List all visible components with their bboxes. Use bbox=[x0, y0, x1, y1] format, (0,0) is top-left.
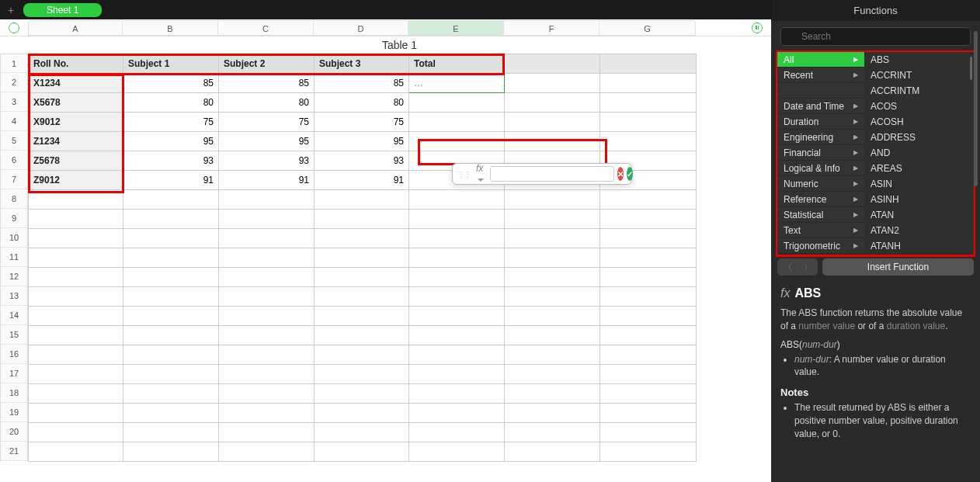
table-cell[interactable] bbox=[219, 190, 315, 210]
table-cell[interactable] bbox=[123, 384, 219, 404]
row-header[interactable]: 8 bbox=[0, 189, 28, 209]
table-cell[interactable] bbox=[315, 268, 409, 287]
table-cell[interactable] bbox=[315, 248, 409, 268]
table-handle-start[interactable] bbox=[0, 23, 28, 33]
table-cell[interactable] bbox=[123, 345, 219, 365]
table-cell[interactable] bbox=[29, 423, 123, 442]
table-cell[interactable] bbox=[29, 384, 123, 404]
table-cell[interactable] bbox=[219, 442, 315, 462]
table-cell[interactable] bbox=[600, 132, 697, 151]
fn-category-item[interactable]: Numeric▶ bbox=[777, 176, 864, 192]
fn-category-item[interactable]: Reference▶ bbox=[777, 192, 864, 207]
table-cell[interactable] bbox=[315, 365, 409, 384]
table-cell[interactable]: 91 bbox=[123, 171, 219, 190]
table-cell[interactable] bbox=[29, 248, 123, 268]
table-cell[interactable] bbox=[123, 268, 219, 287]
table-cell[interactable]: 80 bbox=[315, 93, 409, 113]
row-header[interactable]: 20 bbox=[0, 422, 28, 442]
table-cell[interactable] bbox=[409, 248, 505, 268]
table-cell[interactable] bbox=[123, 248, 219, 268]
table-cell[interactable] bbox=[219, 345, 315, 365]
table-cell[interactable] bbox=[29, 307, 123, 326]
table-cell[interactable] bbox=[409, 442, 505, 462]
column-header[interactable]: B bbox=[123, 20, 218, 36]
table-cell[interactable] bbox=[600, 287, 697, 307]
table-cell[interactable] bbox=[315, 442, 409, 462]
table-cell[interactable]: X9012 bbox=[29, 113, 123, 132]
table-cell[interactable]: 91 bbox=[315, 171, 409, 190]
table-cell[interactable] bbox=[505, 307, 600, 326]
table-cell[interactable]: 93 bbox=[315, 151, 409, 171]
table-cell[interactable] bbox=[505, 423, 600, 442]
table-cell[interactable] bbox=[409, 365, 505, 384]
table-cell[interactable] bbox=[505, 190, 600, 210]
table-cell[interactable]: 80 bbox=[123, 93, 219, 113]
fx-dropdown[interactable]: fx bbox=[473, 163, 487, 185]
table-cell[interactable] bbox=[600, 442, 697, 462]
table-header-cell[interactable]: Subject 3 bbox=[315, 54, 409, 74]
row-header[interactable]: 7 bbox=[0, 170, 28, 189]
table-cell[interactable] bbox=[409, 113, 505, 132]
table-cell[interactable] bbox=[123, 442, 219, 462]
table-cell[interactable] bbox=[600, 404, 697, 423]
row-header[interactable]: 2 bbox=[0, 73, 28, 92]
table-cell[interactable] bbox=[123, 190, 219, 210]
table-cell[interactable] bbox=[409, 93, 505, 113]
table-header-cell[interactable] bbox=[600, 54, 697, 74]
table-cell[interactable]: 75 bbox=[315, 113, 409, 132]
table-cell[interactable] bbox=[315, 345, 409, 365]
table-cell[interactable] bbox=[505, 93, 600, 113]
add-sheet-button[interactable]: + bbox=[5, 4, 17, 16]
table-cell[interactable] bbox=[409, 384, 505, 404]
fn-list-item[interactable]: AREAS bbox=[864, 161, 974, 176]
table-cell[interactable]: X1234 bbox=[29, 74, 123, 93]
fn-category-item[interactable] bbox=[777, 83, 864, 99]
table-cell[interactable] bbox=[219, 404, 315, 423]
table-cell[interactable] bbox=[505, 132, 600, 151]
fn-list-item[interactable]: AND bbox=[864, 145, 974, 161]
table-cell[interactable] bbox=[123, 404, 219, 423]
fn-category-item[interactable]: Logical & Info▶ bbox=[777, 161, 864, 176]
table-cell[interactable] bbox=[409, 345, 505, 365]
table-cell[interactable] bbox=[123, 307, 219, 326]
table-cell[interactable]: 95 bbox=[123, 132, 219, 151]
table-cell[interactable] bbox=[219, 423, 315, 442]
table-cell[interactable] bbox=[409, 268, 505, 287]
fn-list-item[interactable]: ASINH bbox=[864, 192, 974, 207]
table-cell[interactable] bbox=[600, 248, 697, 268]
fn-category-item[interactable]: All▶ bbox=[777, 52, 864, 68]
table-cell[interactable] bbox=[29, 210, 123, 229]
fn-category-item[interactable]: Engineering▶ bbox=[777, 130, 864, 145]
table-cell[interactable]: 75 bbox=[123, 113, 219, 132]
fn-list-item[interactable]: ADDRESS bbox=[864, 130, 974, 145]
formula-accept-button[interactable]: ✓ bbox=[627, 167, 633, 181]
sidebar-scrollbar[interactable] bbox=[974, 31, 978, 186]
function-categories[interactable]: All▶Recent▶Date and Time▶Duration▶Engine… bbox=[777, 52, 864, 254]
table-cell[interactable] bbox=[219, 326, 315, 345]
table-cell[interactable] bbox=[600, 210, 697, 229]
table-cell[interactable] bbox=[600, 326, 697, 345]
column-header[interactable]: E bbox=[408, 20, 504, 36]
formula-input[interactable] bbox=[490, 166, 614, 182]
table-cell[interactable] bbox=[409, 210, 505, 229]
table-cell[interactable] bbox=[315, 229, 409, 248]
data-table[interactable]: Roll No.Subject 1Subject 2Subject 3Total… bbox=[28, 54, 697, 462]
table-cell[interactable] bbox=[219, 229, 315, 248]
table-cell[interactable] bbox=[600, 93, 697, 113]
fn-category-item[interactable]: Trigonometric▶ bbox=[777, 238, 864, 254]
formula-cancel-button[interactable]: ✕ bbox=[617, 167, 624, 181]
table-cell[interactable] bbox=[29, 229, 123, 248]
table-cell[interactable] bbox=[505, 248, 600, 268]
table-cell[interactable]: 91 bbox=[219, 171, 315, 190]
sheet-tab[interactable]: Sheet 1 bbox=[23, 3, 102, 17]
table-handle-end[interactable] bbox=[743, 23, 771, 33]
scrollbar-thumb[interactable] bbox=[970, 57, 972, 80]
table-cell[interactable]: 95 bbox=[315, 132, 409, 151]
table-cell[interactable] bbox=[505, 268, 600, 287]
table-cell[interactable]: 85 bbox=[219, 74, 315, 93]
function-list[interactable]: ABSACCRINTACCRINTMACOSACOSHADDRESSANDARE… bbox=[864, 52, 974, 254]
column-header[interactable]: G bbox=[599, 20, 696, 36]
table-cell[interactable] bbox=[219, 365, 315, 384]
fn-list-item[interactable]: ACOSH bbox=[864, 114, 974, 130]
table-cell[interactable]: 93 bbox=[123, 151, 219, 171]
